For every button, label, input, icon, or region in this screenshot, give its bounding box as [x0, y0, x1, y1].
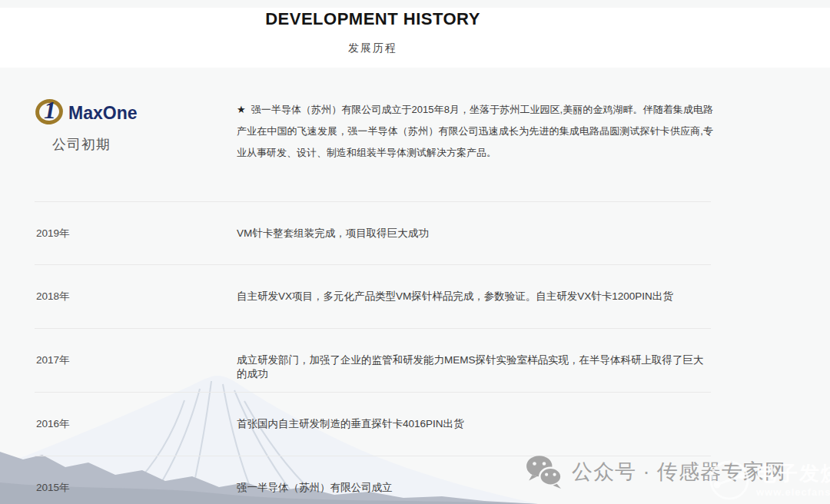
divider — [35, 264, 711, 265]
timeline-year: 2018年 — [36, 290, 70, 303]
wechat-icon — [526, 455, 563, 489]
elecfans-watermark: 电子发烧友 www.elecfans.com — [709, 459, 830, 501]
elecfans-name: 电子发烧友 — [756, 463, 830, 485]
timeline-row-2018: 2018年 自主研发VX项目，多元化产品类型VM探针样品完成，参数验证。自主研发… — [35, 264, 711, 327]
company-logo-block: 1 MaxOne 公司初期 — [34, 97, 203, 154]
timeline-row-2016: 2016年 首张国内自主研发制造的垂直探针卡4016PIN出货 — [35, 392, 711, 455]
timeline-description: 首张国内自主研发制造的垂直探针卡4016PIN出货 — [237, 417, 709, 431]
timeline-year: 2016年 — [36, 417, 70, 431]
timeline-year: 2017年 — [36, 353, 70, 367]
development-history-page: DEVELOPMENT HISTORY 发展历程 1 MaxOne 公司初期 ★… — [0, 0, 830, 504]
maxone-logo-icon: 1 — [34, 97, 68, 129]
timeline-year: 2019年 — [36, 227, 70, 240]
logo-row: 1 MaxOne — [34, 97, 203, 129]
header: DEVELOPMENT HISTORY 发展历程 — [35, 0, 711, 68]
divider — [35, 392, 711, 393]
elecfans-logo-icon — [709, 459, 750, 501]
elecfans-text-block: 电子发烧友 www.elecfans.com — [756, 463, 830, 498]
timeline-description: 成立研发部门，加强了企业的监管和研发能力MEMS探针实验室样品实现，在半导体科研… — [237, 353, 709, 381]
elecfans-url: www.elecfans.com — [756, 487, 830, 498]
timeline-row-2017: 2017年 成立研发部门，加强了企业的监管和研发能力MEMS探针实验室样品实现，… — [35, 328, 711, 391]
stage-label: 公司初期 — [52, 135, 203, 154]
divider — [35, 328, 711, 329]
brand-name: MaxOne — [68, 103, 137, 124]
star-bullet-icon: ★ — [237, 104, 246, 115]
divider — [35, 201, 711, 202]
page-title: DEVELOPMENT HISTORY — [35, 9, 711, 29]
timeline-year: 2015年 — [36, 481, 70, 495]
intro-description: 强一半导体（苏州）有限公司成立于2015年8月，坐落于苏州工业园区,美丽的金鸡湖… — [237, 104, 713, 158]
timeline-description: VM针卡整套组装完成，项目取得巨大成功 — [237, 227, 709, 240]
timeline-description: 自主研发VX项目，多元化产品类型VM探针样品完成，参数验证。自主研发VX针卡12… — [237, 290, 709, 303]
numeral-one-glyph: 1 — [44, 96, 56, 124]
company-intro-paragraph: ★强一半导体（苏州）有限公司成立于2015年8月，坐落于苏州工业园区,美丽的金鸡… — [237, 99, 713, 164]
timeline-row-2019: 2019年 VM针卡整套组装完成，项目取得巨大成功 — [35, 201, 711, 264]
page-subtitle: 发展历程 — [35, 41, 711, 55]
